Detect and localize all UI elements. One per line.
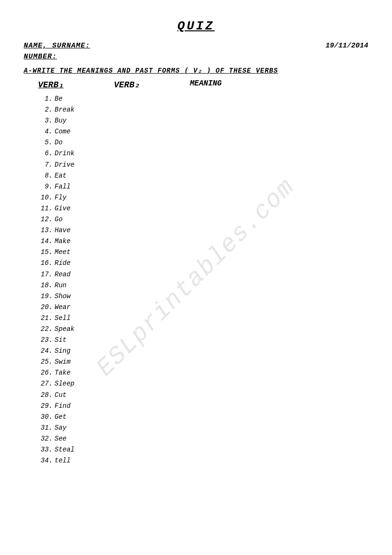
name-label: NAME, SURNAME:: [24, 42, 90, 50]
verb-number: 21.: [38, 313, 55, 324]
verb-number: 29.: [38, 401, 55, 412]
col-verb2-header: VERB₂: [114, 79, 190, 90]
verb-name: Fall: [55, 181, 121, 192]
verb-number: 12.: [38, 214, 55, 225]
verb-name: tell: [55, 455, 121, 466]
verb-name: Sleep: [55, 378, 121, 389]
verb-name: Eat: [55, 170, 121, 181]
list-item: 26.Take: [38, 367, 368, 378]
list-item: 3.Buy: [38, 115, 368, 126]
verb-number: 15.: [38, 247, 55, 258]
list-item: 7.Drive: [38, 160, 368, 170]
list-item: 12.Go: [38, 214, 368, 225]
verb-number: 8.: [38, 170, 55, 181]
list-item: 10.Fly: [38, 192, 368, 203]
list-item: 24.Sing: [38, 346, 368, 357]
list-item: 33.Steal: [38, 444, 368, 455]
verb-name: Get: [55, 412, 121, 423]
verb-number: 9.: [38, 181, 55, 192]
verb-name: Break: [55, 104, 121, 115]
list-item: 22.Speak: [38, 324, 368, 335]
page-title: QUIZ: [24, 19, 368, 33]
list-item: 19.Show: [38, 291, 368, 302]
verb-name: Meet: [55, 247, 121, 258]
list-item: 8.Eat: [38, 170, 368, 181]
verb-name: Come: [55, 126, 121, 137]
verb-name: Wear: [55, 302, 121, 313]
list-item: 4.Come: [38, 126, 368, 137]
verb-number: 17.: [38, 269, 55, 280]
verb-number: 25.: [38, 357, 55, 367]
list-item: 32.See: [38, 433, 368, 444]
verb-number: 5.: [38, 137, 55, 148]
verb-name: Buy: [55, 115, 121, 126]
verb-name: Be: [55, 94, 121, 104]
verb-number: 28.: [38, 390, 55, 401]
number-label: NUMBER:: [24, 53, 368, 61]
verb-number: 19.: [38, 291, 55, 302]
verb-number: 14.: [38, 236, 55, 247]
verb-name: Speak: [55, 324, 121, 335]
verb-name: Sing: [55, 346, 121, 357]
list-item: 30.Get: [38, 412, 368, 423]
verb-number: 13.: [38, 225, 55, 236]
verb-number: 18.: [38, 280, 55, 291]
verb-name: Steal: [55, 444, 121, 455]
verb-number: 3.: [38, 115, 55, 126]
list-item: 11.Give: [38, 203, 368, 214]
verb-number: 30.: [38, 412, 55, 423]
verb-number: 31.: [38, 423, 55, 433]
verb-number: 7.: [38, 160, 55, 170]
verb-number: 33.: [38, 444, 55, 455]
list-item: 31.Say: [38, 423, 368, 433]
verb-number: 32.: [38, 433, 55, 444]
list-item: 25.Swim: [38, 357, 368, 367]
list-item: 9.Fall: [38, 181, 368, 192]
verb-name: Drink: [55, 148, 121, 159]
col-verb1-header: VERB₁: [38, 79, 114, 90]
list-item: 17.Read: [38, 269, 368, 280]
list-item: 15.Meet: [38, 247, 368, 258]
list-item: 13.Have: [38, 225, 368, 236]
list-item: 20.Wear: [38, 302, 368, 313]
verb-name: Sell: [55, 313, 121, 324]
verb-name: Have: [55, 225, 121, 236]
verb-number: 4.: [38, 126, 55, 137]
verb-number: 34.: [38, 455, 55, 466]
verb-name: Do: [55, 137, 121, 148]
verb-name: Drive: [55, 160, 121, 170]
verb-number: 2.: [38, 104, 55, 115]
verb-name: Find: [55, 401, 121, 412]
verb-number: 20.: [38, 302, 55, 313]
verb-name: Show: [55, 291, 121, 302]
verb-name: Ride: [55, 258, 121, 269]
list-item: 23.Sit: [38, 335, 368, 346]
verb-number: 16.: [38, 258, 55, 269]
column-headers: VERB₁ VERB₂ MEANING: [24, 79, 368, 90]
verb-name: Give: [55, 203, 121, 214]
verb-name: Sit: [55, 335, 121, 346]
verb-name: Run: [55, 280, 121, 291]
date-label: 19/11/2014: [326, 42, 368, 50]
list-item: 28.Cut: [38, 390, 368, 401]
verb-name: Say: [55, 423, 121, 433]
verb-number: 10.: [38, 192, 55, 203]
verb-name: Fly: [55, 192, 121, 203]
verb-number: 11.: [38, 203, 55, 214]
verb-number: 22.: [38, 324, 55, 335]
list-item: 2.Break: [38, 104, 368, 115]
verb-number: 24.: [38, 346, 55, 357]
list-item: 1.Be: [38, 94, 368, 104]
verb-name: Take: [55, 367, 121, 378]
verb-name: Swim: [55, 357, 121, 367]
verb-list: 1.Be2.Break3.Buy4.Come5.Do6.Drink7.Drive…: [24, 94, 368, 466]
verb-number: 26.: [38, 367, 55, 378]
list-item: 14.Make: [38, 236, 368, 247]
list-item: 16.Ride: [38, 258, 368, 269]
list-item: 21.Sell: [38, 313, 368, 324]
verb-number: 23.: [38, 335, 55, 346]
verb-name: Make: [55, 236, 121, 247]
list-item: 34.tell: [38, 455, 368, 466]
list-item: 18.Run: [38, 280, 368, 291]
list-item: 27.Sleep: [38, 378, 368, 389]
